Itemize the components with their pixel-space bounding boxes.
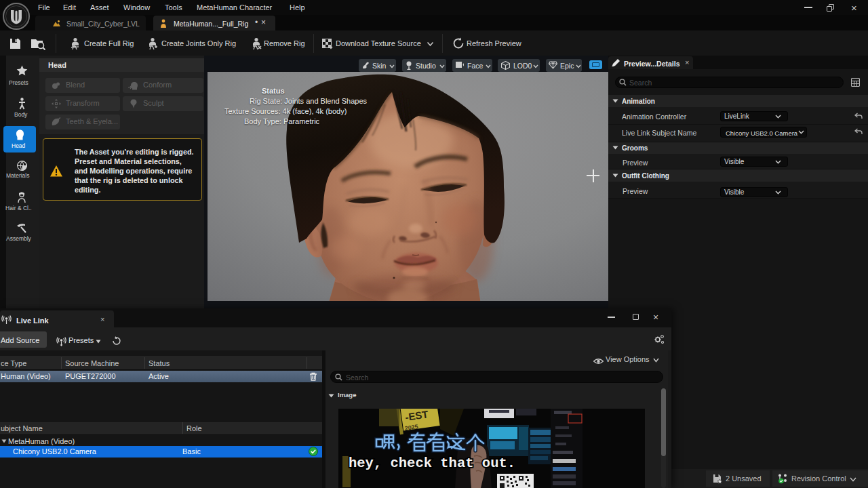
svg-text:hey, check that out.: hey, check that out. <box>349 455 515 471</box>
